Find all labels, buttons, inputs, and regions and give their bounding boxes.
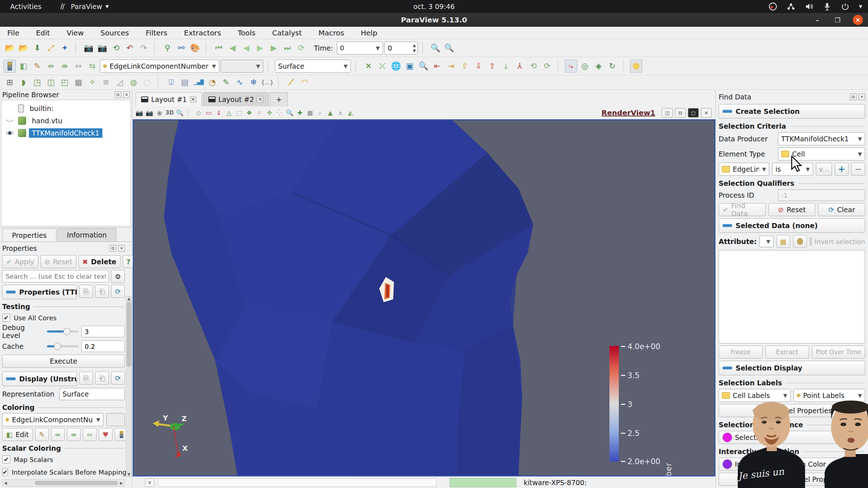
loop-icon[interactable] xyxy=(295,42,307,55)
minimize-button[interactable]: – xyxy=(812,15,822,25)
open-recent-icon[interactable] xyxy=(17,42,30,55)
coloring-component-combobox[interactable] xyxy=(106,413,125,426)
set-view-plus-x-icon[interactable] xyxy=(431,60,443,73)
select-block-icon[interactable] xyxy=(244,108,254,118)
interpolate-scalars-row[interactable]: ✔ Interpolate Scalars Before Mapping xyxy=(2,467,125,478)
hover-cells-icon[interactable] xyxy=(325,108,335,118)
menu-help[interactable]: Help xyxy=(359,28,379,38)
ruler-icon[interactable] xyxy=(285,76,297,89)
time-combobox[interactable]: ▼ xyxy=(337,42,383,55)
menu-filters[interactable]: Filters xyxy=(144,28,169,38)
threshold-icon[interactable] xyxy=(59,76,71,89)
selection-color-button[interactable]: Selection Color xyxy=(719,431,865,444)
close-dock-icon[interactable]: ✕ xyxy=(123,91,130,98)
show-center-axes-icon[interactable] xyxy=(579,60,591,73)
microphone-icon[interactable] xyxy=(823,2,831,11)
split-vertical-icon[interactable]: ⊟ xyxy=(675,108,686,117)
interactive-select-cells-icon[interactable] xyxy=(264,108,275,118)
menu-edit[interactable]: Edit xyxy=(34,28,51,38)
use-all-cores-row[interactable]: ✔ Use All Cores xyxy=(2,312,125,323)
plot-over-time-icon[interactable] xyxy=(234,76,246,89)
freeze-button[interactable]: Freeze xyxy=(719,346,762,359)
debug-level-input[interactable] xyxy=(81,326,125,337)
debug-level-slider[interactable] xyxy=(47,330,78,333)
extract-button[interactable]: Extract xyxy=(765,346,809,359)
vertical-scrollbar[interactable]: ▲▼ xyxy=(126,296,132,477)
pipeline-item-hand-vtu[interactable]: hand.vtu xyxy=(1,115,131,127)
scroll-up-icon[interactable]: ▲ xyxy=(127,296,130,301)
process-id-input[interactable] xyxy=(778,189,865,201)
select-cells-on-icon[interactable] xyxy=(193,108,204,118)
search-options-gear-icon[interactable]: ⚙ xyxy=(111,270,125,283)
glyph-icon[interactable] xyxy=(86,76,98,89)
next-frame-icon[interactable] xyxy=(268,42,280,55)
rescale-temporal-icon[interactable]: ⇼ xyxy=(67,428,81,441)
time-value-input[interactable] xyxy=(340,42,373,54)
choose-preset-icon[interactable]: ♥ xyxy=(99,428,112,441)
representation-selector[interactable]: Surface ▼ xyxy=(275,60,351,73)
hover-points-icon[interactable] xyxy=(335,108,345,118)
light-kit-icon[interactable] xyxy=(630,60,642,73)
open-file-icon[interactable] xyxy=(4,42,16,55)
rescale-visible-icon[interactable] xyxy=(59,60,71,73)
selected-data-section[interactable]: Selected Data (none) xyxy=(719,218,865,233)
reset-button[interactable]: ⊘Reset xyxy=(41,255,76,268)
select-cells-polygon-icon[interactable] xyxy=(224,108,234,118)
close-dock-icon[interactable]: ✕ xyxy=(118,245,125,252)
python-shell-icon[interactable] xyxy=(261,76,273,89)
pick-center-icon[interactable] xyxy=(592,60,605,73)
rescale-data-range-icon[interactable] xyxy=(17,60,30,73)
edit-interactive-label-properties-button[interactable]: Edit Interactive Label Properties xyxy=(719,473,865,486)
paste-display-icon[interactable]: ⎗ xyxy=(95,372,109,385)
save-screenshot-icon[interactable] xyxy=(82,42,95,55)
rotate-90-cw-icon[interactable] xyxy=(541,60,553,73)
zoom-box-icon[interactable] xyxy=(175,108,185,118)
color-palette-icon[interactable] xyxy=(189,42,201,55)
find-data-button[interactable]: ✔Find Data xyxy=(719,203,766,216)
rescale-custom-range-icon[interactable] xyxy=(31,60,43,73)
spin-arrows-icon[interactable]: ▲▼ xyxy=(413,43,416,53)
activities-button[interactable]: Activities xyxy=(10,3,42,10)
pipeline-item-ttkmanifoldcheck1[interactable]: TTKManifoldCheck1 xyxy=(1,127,131,139)
paste-properties-icon[interactable]: ⎗ xyxy=(95,285,109,298)
play-forward-icon[interactable] xyxy=(254,42,266,55)
server-disconnect-icon[interactable] xyxy=(175,42,187,55)
tab-properties[interactable]: Properties xyxy=(2,228,56,242)
clear-selection-icon[interactable] xyxy=(315,108,325,118)
component-selector[interactable]: ▼ xyxy=(221,60,263,73)
window-title-bar[interactable]: ParaView 5.13.0 – ❐ ✕ xyxy=(0,13,868,27)
clip-icon[interactable] xyxy=(31,76,43,89)
extract-block-icon[interactable] xyxy=(141,76,153,89)
isometric-view-icon[interactable] xyxy=(514,60,526,73)
invert-selection-checkbox[interactable] xyxy=(810,237,812,245)
term-value-button[interactable]: v... xyxy=(816,163,832,176)
tab-information[interactable]: Information xyxy=(57,228,116,241)
render-view-name[interactable]: RenderView1 xyxy=(601,108,655,117)
attribute-combobox[interactable]: ▼ xyxy=(760,236,773,247)
spreadsheet-view-icon[interactable] xyxy=(179,76,191,89)
redo-icon[interactable] xyxy=(137,42,150,55)
select-cells-through-icon[interactable] xyxy=(214,108,224,118)
checkbox-checked-icon[interactable]: ✔ xyxy=(2,468,8,476)
set-view-plus-y-icon[interactable] xyxy=(459,60,471,73)
rescale-temporal-icon[interactable] xyxy=(45,60,57,73)
map-scalars-row[interactable]: ✔ Map Scalars xyxy=(2,454,125,465)
reset-defaults-icon[interactable]: ⟳ xyxy=(111,285,125,298)
close-button[interactable]: ✕ xyxy=(853,15,863,25)
plot-global-variables-icon[interactable] xyxy=(206,76,218,89)
zoom-to-selection-icon[interactable] xyxy=(285,108,295,118)
undock-icon[interactable]: ⧉ xyxy=(850,94,856,100)
color-legend[interactable]: 4.0e+00 3.5 3 2.5 2.0e+00 EdgeLinkCompon… xyxy=(603,342,675,465)
set-view-plus-z-icon[interactable] xyxy=(486,60,498,73)
clock[interactable]: oct. 3 09:46 xyxy=(413,3,455,10)
power-icon[interactable] xyxy=(841,2,850,11)
rescale-update-icon[interactable] xyxy=(86,60,98,73)
edit-colormap-button[interactable]: ◧Edit xyxy=(2,428,33,441)
selection-display-section[interactable]: Selection Display xyxy=(719,361,865,375)
menu-macros[interactable]: Macros xyxy=(317,28,346,38)
maximize-view-icon[interactable]: ▢ xyxy=(688,108,699,117)
close-view-icon[interactable]: ✕ xyxy=(701,108,712,117)
set-view-minus-x-icon[interactable] xyxy=(445,60,457,73)
rotate-90-ccw-icon[interactable] xyxy=(527,60,540,73)
group-datasets-icon[interactable] xyxy=(127,76,140,89)
